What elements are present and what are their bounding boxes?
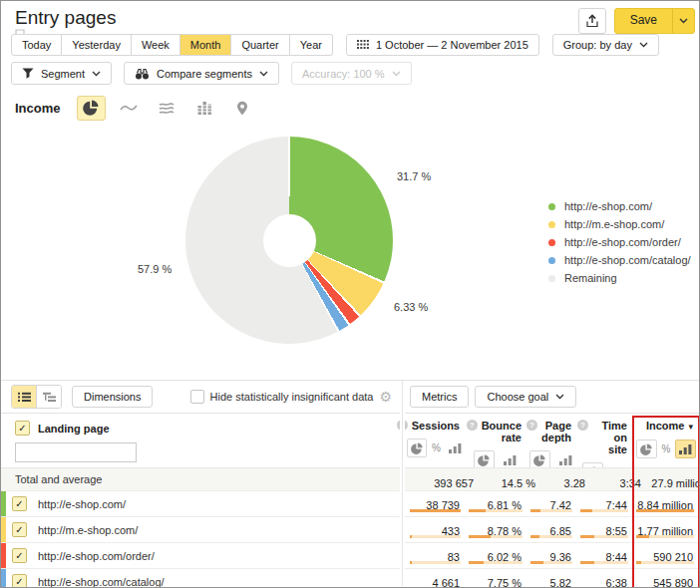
row-checkbox[interactable]: ✓ [12, 548, 27, 563]
list-view-icon [18, 392, 31, 403]
row-color-stripe [1, 543, 6, 568]
chevron-down-icon [555, 394, 564, 400]
group-by-button[interactable]: Group: by day [552, 34, 659, 56]
segment-button[interactable]: Segment [11, 62, 112, 85]
export-button[interactable] [578, 8, 606, 34]
metric-value: 27.9 million [651, 477, 700, 489]
bar-fill [469, 561, 484, 564]
metric-column-label[interactable]: Income [646, 420, 685, 432]
pie-view-icon[interactable] [636, 440, 657, 458]
funnel-icon [22, 68, 34, 79]
landing-page-url[interactable]: http://e-shop.com/catalog/ [38, 576, 165, 588]
metric-cell: 8.78 % [466, 517, 527, 542]
chevron-down-icon [392, 71, 401, 77]
dimension-header: ✓ Landing page [1, 414, 402, 467]
save-dropdown-button[interactable] [672, 9, 694, 33]
bar-view-icon[interactable] [446, 439, 466, 457]
dimension-filter-input[interactable] [15, 442, 137, 462]
percent-view-icon[interactable]: % [662, 443, 671, 454]
flat-list-view-button[interactable] [12, 386, 37, 408]
pie-view-icon[interactable] [407, 439, 427, 457]
stacked-area-chart-type-button[interactable] [153, 96, 181, 121]
income-donut-chart[interactable] [185, 137, 393, 344]
period-tab-today[interactable]: Today [11, 34, 62, 56]
metric-cell: 38 739 [407, 491, 466, 516]
tree-view-button[interactable] [37, 386, 61, 408]
period-tab-quarter[interactable]: Quarter [231, 34, 289, 56]
metric-cell: 393 657 [421, 468, 480, 490]
help-icon[interactable]: ? [467, 420, 478, 431]
metric-value: 3:34 [620, 477, 641, 489]
legend-dot [548, 275, 555, 282]
donut-chart-type-button[interactable] [77, 96, 106, 121]
gear-icon[interactable]: ⚙ [379, 390, 392, 404]
metric-column-label[interactable]: Bouncerate [482, 420, 522, 443]
metric-cell: 5.82 [527, 569, 577, 588]
compare-segments-button[interactable]: Compare segments [124, 62, 279, 85]
group-by-label: Group: by day [563, 39, 632, 51]
hide-insignificant-label[interactable]: Hide statistically insignificant data [210, 391, 374, 403]
title-bar: Entry pages Save [15, 7, 695, 35]
choose-goal-button[interactable]: Choose goal [475, 386, 576, 408]
metric-column-header: ?Timeon site [577, 420, 633, 455]
legend-item[interactable]: http://e-shop.com/order/ [548, 233, 691, 251]
landing-page-url[interactable]: http://e-shop.com/ [38, 498, 126, 510]
metric-column-label[interactable]: Timeon site [592, 420, 627, 455]
table-row[interactable]: ✓http://e-shop.com/38 7396.81 %7.427:448… [1, 491, 699, 517]
legend-item[interactable]: Remaining [548, 269, 691, 287]
date-range-button[interactable]: 1 October — 2 November 2015 [346, 34, 539, 56]
legend-dot [548, 203, 555, 210]
select-all-checkbox[interactable]: ✓ [15, 421, 30, 436]
metric-cell: 1.77 million [633, 517, 699, 542]
bar-track [636, 535, 694, 538]
line-chart-type-button[interactable] [115, 96, 144, 121]
period-tabs: TodayYesterdayWeekMonthQuarterYear [11, 34, 333, 56]
sort-desc-icon[interactable]: ▾ [688, 421, 693, 433]
landing-page-url[interactable]: http://m.e-shop.com/ [38, 524, 138, 536]
legend-item[interactable]: http://m.e-shop.com/ [548, 215, 691, 233]
metric-cell: 27.9 million [647, 468, 700, 490]
table-row[interactable]: ✓http://e-shop.com/catalog/4 6617.75 %5.… [1, 569, 699, 588]
bar-track [580, 561, 628, 564]
help-icon[interactable]: ? [526, 420, 537, 431]
map-chart-type-button[interactable] [228, 96, 257, 121]
period-tab-month[interactable]: Month [180, 34, 232, 56]
period-tab-week[interactable]: Week [132, 34, 180, 56]
legend-dot [548, 221, 555, 228]
columns-chart-type-button[interactable] [190, 96, 219, 121]
bar-fill [410, 561, 412, 564]
period-tab-yesterday[interactable]: Yesterday [62, 34, 132, 56]
legend-item[interactable]: http://e-shop.com/ [548, 197, 691, 215]
table-row[interactable]: ✓http://e-shop.com/order/836.02 %9.368:4… [1, 543, 699, 569]
dimension-cell: ✓http://e-shop.com/order/ [1, 543, 402, 568]
bar-track [530, 535, 572, 538]
metric-column-time-on-site: ?Timeon site [577, 414, 633, 467]
metric-cell: 9.36 [527, 543, 577, 568]
metric-cell: 7:44 [577, 491, 633, 516]
row-checkbox[interactable]: ✓ [12, 574, 27, 588]
save-button[interactable]: Save [615, 9, 672, 33]
legend-item[interactable]: http://e-shop.com/catalog/ [548, 251, 691, 269]
metric-column-label[interactable]: Pagedepth [541, 420, 571, 443]
metric-column-label[interactable]: Sessions [412, 420, 460, 432]
accuracy-button[interactable]: Accuracy: 100 % [291, 62, 412, 85]
choose-goal-label: Choose goal [487, 391, 548, 403]
table-row[interactable]: ✓http://m.e-shop.com/4338.78 %6.858:551.… [1, 517, 699, 543]
dimensions-button[interactable]: Dimensions [72, 386, 153, 408]
bar-view-icon[interactable] [675, 440, 696, 458]
stacked-area-icon [159, 102, 175, 115]
bar-fill [530, 561, 543, 564]
period-tab-year[interactable]: Year [290, 34, 333, 56]
hide-insignificant-checkbox[interactable] [190, 390, 204, 404]
row-checkbox[interactable]: ✓ [12, 522, 27, 537]
metrics-button[interactable]: Metrics [410, 386, 469, 408]
metric-cell: 3:34 [591, 468, 647, 490]
metric-column-income: Income▾% [633, 414, 699, 467]
row-checkbox[interactable]: ✓ [12, 496, 27, 511]
bar-fill [410, 509, 461, 512]
toolbar-right: Metrics Choose goal [402, 386, 576, 408]
bar-track [469, 561, 523, 564]
landing-page-url[interactable]: http://e-shop.com/order/ [38, 550, 155, 562]
percent-view-icon[interactable]: % [432, 442, 441, 453]
help-icon[interactable]: ? [577, 420, 588, 431]
